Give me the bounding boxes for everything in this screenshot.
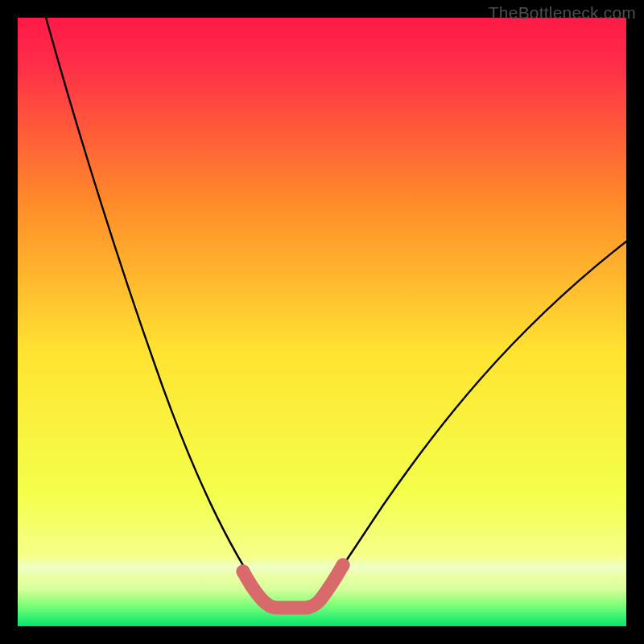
chart-frame: TheBottleneck.com [0,0,644,644]
basin-dot-3 [329,572,342,584]
basin-dot-left [237,565,250,579]
plot-svg [18,18,626,626]
watermark-text: TheBottleneck.com [489,3,636,23]
plot-area [18,18,626,626]
basin-dot-right [336,559,350,572]
basin-dot-2 [245,580,258,592]
